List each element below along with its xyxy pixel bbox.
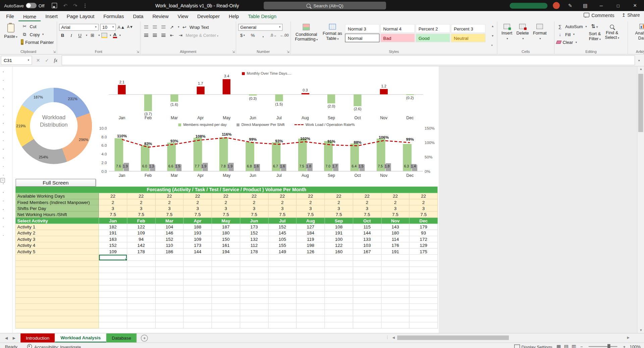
table-cell[interactable]	[240, 298, 268, 304]
ribbon-tab-developer[interactable]: Developer	[193, 12, 224, 21]
table-cell[interactable]	[127, 304, 155, 310]
table-cell[interactable]	[297, 292, 325, 298]
table-cell[interactable]	[297, 273, 325, 279]
table-cell[interactable]: 188	[184, 224, 212, 230]
table-cell[interactable]: 2	[268, 199, 297, 205]
row-label-cell[interactable]: Activity 2	[16, 230, 99, 236]
paste-button[interactable]: Paste▾	[2, 22, 19, 48]
table-cell[interactable]	[353, 304, 381, 310]
table-cell[interactable]	[99, 322, 127, 328]
table-cell[interactable]: 155	[268, 242, 297, 249]
table-cell[interactable]	[268, 267, 297, 273]
table-cell[interactable]	[353, 273, 381, 279]
ribbon-tab-help[interactable]: Help	[224, 12, 244, 21]
table-cell[interactable]	[212, 273, 240, 279]
table-cell[interactable]: 144	[184, 249, 212, 255]
table-cell[interactable]	[155, 316, 183, 322]
percent-style-icon[interactable]: %	[249, 32, 256, 39]
cell-style-percent-2[interactable]: Percent 2	[416, 24, 450, 33]
table-cell[interactable]: 7.5	[353, 212, 381, 218]
styles-more-icon[interactable]: ▾	[491, 44, 494, 47]
format-as-table-button[interactable]: Format asTable▾	[321, 22, 344, 48]
table-cell[interactable]: 142	[127, 242, 155, 249]
selected-cell[interactable]	[99, 255, 127, 261]
table-cell[interactable]: 100	[325, 236, 353, 242]
table-cell[interactable]: 22	[184, 193, 212, 199]
table-cell[interactable]: 145	[268, 230, 297, 236]
table-cell[interactable]: 93	[410, 230, 438, 236]
row-label-cell[interactable]	[16, 322, 99, 328]
table-cell[interactable]	[268, 304, 297, 310]
alignment-dialog-launcher[interactable]: ⇲	[232, 50, 235, 54]
table-cell[interactable]: 152	[240, 230, 268, 236]
table-cell[interactable]: 22	[240, 193, 268, 199]
redo-icon[interactable]: ↷	[70, 3, 80, 8]
table-cell[interactable]: 22	[297, 193, 325, 199]
table-cell[interactable]	[240, 267, 268, 273]
formula-input[interactable]	[61, 55, 635, 65]
table-cell[interactable]	[381, 279, 410, 285]
table-cell[interactable]	[353, 267, 381, 273]
comments-button[interactable]: Comments	[584, 12, 614, 18]
table-cell[interactable]	[381, 267, 410, 273]
zoom-out-icon[interactable]: −	[580, 344, 583, 348]
table-cell[interactable]: 115	[353, 224, 381, 230]
table-cell[interactable]	[268, 273, 297, 279]
table-cell[interactable]: 7.5	[127, 212, 155, 218]
table-cell[interactable]	[184, 261, 212, 267]
ribbon-tab-file[interactable]: File	[2, 12, 19, 21]
table-cell[interactable]	[155, 322, 183, 328]
formula-cancel-icon[interactable]: ✕	[36, 57, 40, 63]
insert-function-icon[interactable]: fx	[54, 58, 57, 63]
table-cell[interactable]: 7.5	[240, 212, 268, 218]
table-cell[interactable]: 7.5	[410, 212, 438, 218]
table-cell[interactable]	[353, 255, 381, 261]
table-cell[interactable]: 2	[155, 199, 183, 205]
row-label-cell[interactable]: Activity 4	[16, 242, 99, 249]
table-cell[interactable]	[410, 298, 438, 304]
table-cell[interactable]: Jul	[268, 218, 297, 224]
table-cell[interactable]: 2	[410, 199, 438, 205]
table-cell[interactable]	[184, 285, 212, 291]
table-cell[interactable]: 163	[99, 236, 127, 242]
underline-button[interactable]: U	[76, 32, 84, 39]
table-cell[interactable]: 184	[297, 230, 325, 236]
align-middle-icon[interactable]	[151, 23, 158, 30]
table-cell[interactable]	[381, 292, 410, 298]
ribbon-tab-home[interactable]: Home	[19, 12, 41, 21]
table-cell[interactable]	[184, 316, 212, 322]
table-cell[interactable]: 2	[127, 199, 155, 205]
orientation-icon[interactable]: ↗	[168, 23, 175, 30]
table-cell[interactable]: 180	[212, 230, 240, 236]
wrap-text-button[interactable]: Wrap Text	[190, 24, 209, 29]
table-cell[interactable]	[99, 298, 127, 304]
table-cell[interactable]	[99, 267, 127, 273]
row-label-cell[interactable]	[16, 310, 99, 316]
editing-mode-icon[interactable]: ✎	[565, 3, 575, 8]
search-box[interactable]: Search (Alt+Q)	[264, 2, 386, 9]
table-cell[interactable]	[325, 316, 353, 322]
cut-button[interactable]: ✂Cut	[21, 22, 54, 30]
ribbon-tab-review[interactable]: Review	[148, 12, 173, 21]
table-cell[interactable]: 193	[184, 230, 212, 236]
undo-icon[interactable]: ↶	[60, 3, 70, 8]
zoom-in-icon[interactable]: +	[623, 344, 626, 348]
table-cell[interactable]	[127, 292, 155, 298]
table-cell[interactable]	[353, 285, 381, 291]
table-cell[interactable]	[268, 316, 297, 322]
table-cell[interactable]	[212, 279, 240, 285]
table-cell[interactable]: 105	[268, 236, 297, 242]
table-cell[interactable]: 191	[325, 230, 353, 236]
table-cell[interactable]: 22	[381, 193, 410, 199]
table-cell[interactable]: 175	[410, 249, 438, 255]
expand-formula-bar-icon[interactable]: ▾	[635, 58, 643, 62]
table-cell[interactable]	[268, 255, 297, 261]
table-cell[interactable]	[240, 285, 268, 291]
accounting-format-icon[interactable]: $▾	[239, 32, 246, 39]
table-cell[interactable]: 126	[297, 249, 325, 255]
fill-button[interactable]: ↓Fill▾	[556, 30, 587, 38]
conditional-formatting-button[interactable]: ConditionalFormatting▾	[293, 22, 320, 48]
align-center-icon[interactable]	[151, 32, 158, 39]
table-cell[interactable]	[268, 298, 297, 304]
table-cell[interactable]	[268, 322, 297, 328]
